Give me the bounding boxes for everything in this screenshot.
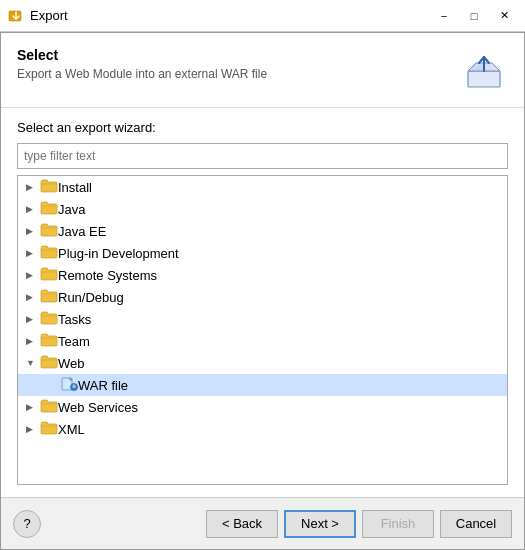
tree-arrow-icon: ▶ (26, 314, 40, 324)
folder-icon (40, 399, 58, 416)
tree-item[interactable]: ▶ Run/Debug (18, 286, 507, 308)
folder-icon (40, 289, 58, 306)
window-controls: − □ ✕ (431, 5, 517, 27)
dialog-header: Select Export a Web Module into an exter… (1, 33, 524, 108)
tree-item[interactable]: ▼ Web (18, 352, 507, 374)
action-buttons: < Back Next > Finish Cancel (206, 510, 512, 538)
folder-icon (40, 311, 58, 328)
header-text: Select Export a Web Module into an exter… (17, 47, 267, 81)
tree-item[interactable]: ▶ Tasks (18, 308, 507, 330)
tree-arrow-icon: ▶ (26, 248, 40, 258)
tree-item-label: Web Services (58, 400, 138, 415)
minimize-button[interactable]: − (431, 5, 457, 27)
folder-icon (40, 355, 58, 372)
tree-arrow-icon: ▶ (26, 402, 40, 412)
tree-arrow-icon: ▶ (26, 424, 40, 434)
button-bar: ? < Back Next > Finish Cancel (1, 497, 524, 549)
export-icon (460, 47, 508, 95)
folder-icon (40, 179, 58, 196)
tree-arrow-icon: ▶ (26, 226, 40, 236)
content-section: Select an export wizard: ▶ Install▶ Java… (1, 108, 524, 497)
finish-button[interactable]: Finish (362, 510, 434, 538)
title-bar: Export − □ ✕ (0, 0, 525, 32)
tree-item-label: Java (58, 202, 85, 217)
tree-item-label: Plug-in Development (58, 246, 179, 261)
close-button[interactable]: ✕ (491, 5, 517, 27)
tree-arrow-icon: ▶ (26, 204, 40, 214)
tree-item[interactable]: WAR file (18, 374, 507, 396)
folder-icon (40, 267, 58, 284)
folder-icon (40, 333, 58, 350)
window-title: Export (30, 8, 431, 23)
tree-arrow-icon: ▶ (26, 270, 40, 280)
tree-item-label: Run/Debug (58, 290, 124, 305)
tree-arrow-icon: ▶ (26, 336, 40, 346)
tree-arrow-icon: ▶ (26, 182, 40, 192)
tree-item[interactable]: ▶ Java EE (18, 220, 507, 242)
folder-icon (40, 201, 58, 218)
maximize-button[interactable]: □ (461, 5, 487, 27)
tree-item[interactable]: ▶ Remote Systems (18, 264, 507, 286)
tree-item-label: Web (58, 356, 85, 371)
cancel-button[interactable]: Cancel (440, 510, 512, 538)
folder-icon (40, 421, 58, 438)
next-button[interactable]: Next > (284, 510, 356, 538)
dialog-body: Select Export a Web Module into an exter… (0, 32, 525, 550)
filter-input[interactable] (17, 143, 508, 169)
tree-item-label: Install (58, 180, 92, 195)
folder-icon (40, 245, 58, 262)
tree-arrow-icon: ▶ (26, 292, 40, 302)
tree-item[interactable]: ▶ Web Services (18, 396, 507, 418)
back-button[interactable]: < Back (206, 510, 278, 538)
dialog-subtitle: Export a Web Module into an external WAR… (17, 67, 267, 81)
tree-item[interactable]: ▶ Install (18, 176, 507, 198)
tree-item-label: Team (58, 334, 90, 349)
tree-item[interactable]: ▶ Team (18, 330, 507, 352)
tree-item-label: Tasks (58, 312, 91, 327)
wizard-label: Select an export wizard: (17, 120, 508, 135)
tree-item-label: Java EE (58, 224, 106, 239)
app-icon (8, 8, 24, 24)
tree-item[interactable]: ▶ Plug-in Development (18, 242, 507, 264)
folder-icon (40, 223, 58, 240)
tree-item[interactable]: ▶ XML (18, 418, 507, 440)
war-file-icon (60, 377, 78, 394)
help-area: ? (13, 510, 41, 538)
tree-arrow-icon: ▼ (26, 358, 40, 368)
tree-item-label: XML (58, 422, 85, 437)
dialog-title: Select (17, 47, 267, 63)
tree-item[interactable]: ▶ Java (18, 198, 507, 220)
tree-item-label: WAR file (78, 378, 128, 393)
tree-container[interactable]: ▶ Install▶ Java▶ Java EE▶ Plug-in Develo… (17, 175, 508, 485)
tree-item-label: Remote Systems (58, 268, 157, 283)
help-button[interactable]: ? (13, 510, 41, 538)
svg-rect-1 (468, 71, 500, 87)
